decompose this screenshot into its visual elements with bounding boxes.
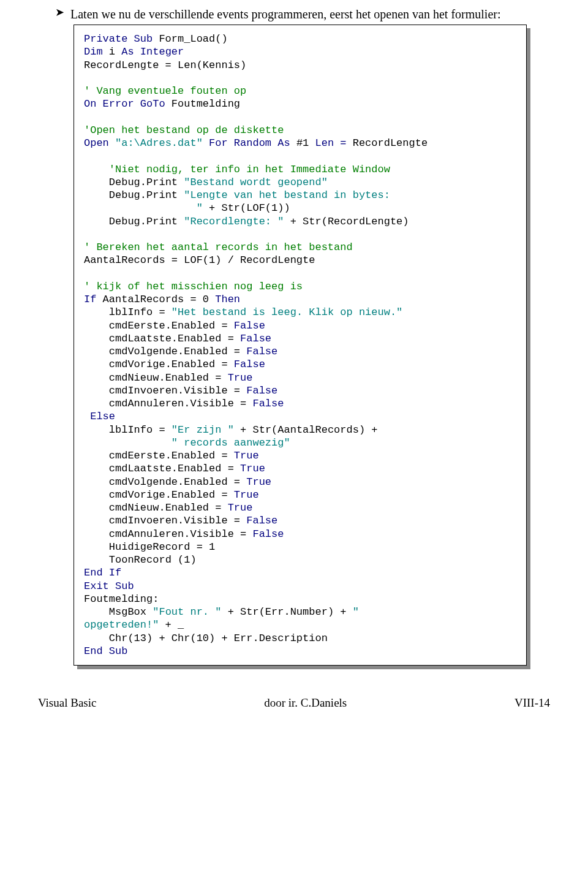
tok: ToonRecord (1) bbox=[84, 554, 197, 566]
intro-text: Laten we nu de verschillende events prog… bbox=[70, 6, 501, 22]
kw: True bbox=[234, 450, 259, 461]
tok: + Str(LOF(1)) bbox=[203, 202, 290, 214]
kw: False bbox=[252, 398, 284, 409]
kw: Private Sub bbox=[84, 33, 159, 45]
str: "Bestand wordt geopend" bbox=[184, 177, 328, 188]
tok: + Str(AantalRecords) + bbox=[234, 424, 378, 436]
tok: cmdVorige.Enabled = bbox=[84, 489, 234, 501]
tok: cmdInvoeren.Visible = bbox=[84, 385, 246, 397]
tok: MsgBox bbox=[84, 606, 153, 618]
kw: Then bbox=[215, 294, 240, 305]
tok: + _ bbox=[159, 619, 184, 631]
cmt: ' kijk of het misschien nog leeg is bbox=[84, 281, 303, 292]
tok: AantalRecords = 0 bbox=[103, 294, 216, 305]
kw: False bbox=[234, 359, 265, 370]
kw: True bbox=[240, 463, 265, 474]
kw: Dim bbox=[84, 46, 109, 58]
str: " bbox=[84, 202, 203, 214]
tok: RecordLengte = Len(Kennis) bbox=[84, 59, 246, 71]
tok: Foutmelding bbox=[172, 98, 240, 110]
intro-row: ➤ Laten we nu de verschillende events pr… bbox=[55, 6, 551, 22]
tok: cmdAnnuleren.Visible = bbox=[84, 398, 252, 409]
kw: Exit Sub bbox=[84, 580, 134, 592]
cmt: 'Niet nodig, ter info in het Immediate W… bbox=[84, 164, 390, 175]
kw: False bbox=[246, 385, 277, 397]
kw: For Random As bbox=[209, 137, 296, 149]
kw: End Sub bbox=[84, 645, 127, 657]
tok: #1 bbox=[296, 137, 315, 149]
str: "Lengte van het bestand in bytes: bbox=[184, 189, 390, 201]
tok: cmdAnnuleren.Visible = bbox=[84, 528, 252, 540]
kw: As Integer bbox=[121, 46, 184, 58]
kw: True bbox=[234, 489, 259, 501]
str: "Recordlengte: " bbox=[184, 216, 284, 227]
kw: Open bbox=[84, 137, 115, 149]
tok: cmdVolgende.Enabled = bbox=[84, 476, 246, 488]
str: opgetreden!" bbox=[84, 619, 159, 631]
code-container: Private Sub Form_Load() Dim i As Integer… bbox=[74, 25, 527, 666]
code-content: Private Sub Form_Load() Dim i As Integer… bbox=[84, 32, 516, 658]
str: " records aanwezig" bbox=[84, 437, 290, 449]
footer-left: Visual Basic bbox=[38, 696, 96, 710]
kw: On Error GoTo bbox=[84, 98, 172, 110]
kw: True bbox=[228, 372, 253, 384]
tok: AantalRecords = LOF(1) / RecordLengte bbox=[84, 254, 315, 266]
kw: If bbox=[84, 294, 103, 305]
code-box: Private Sub Form_Load() Dim i As Integer… bbox=[74, 25, 527, 666]
tok: cmdEerste.Enabled = bbox=[84, 450, 234, 461]
tok: cmdVorige.Enabled = bbox=[84, 359, 234, 370]
tok: cmdEerste.Enabled = bbox=[84, 320, 234, 332]
tok: lblInfo = bbox=[84, 306, 172, 318]
footer-right: VIII-14 bbox=[514, 696, 550, 710]
kw: End If bbox=[84, 567, 121, 579]
tok: Debug.Print bbox=[84, 189, 184, 201]
tok: Form_Load() bbox=[159, 33, 227, 45]
kw: False bbox=[252, 528, 284, 540]
tok: cmdLaatste.Enabled = bbox=[84, 333, 240, 344]
tok: lblInfo = bbox=[84, 424, 172, 436]
kw: Len = bbox=[315, 137, 352, 149]
tok: cmdNieuw.Enabled = bbox=[84, 502, 228, 514]
kw: True bbox=[228, 502, 253, 514]
page: ➤ Laten we nu de verschillende events pr… bbox=[0, 0, 588, 722]
tok: Debug.Print bbox=[84, 216, 184, 227]
str: "Er zijn " bbox=[172, 424, 234, 436]
footer: Visual Basic door ir. C.Daniels VIII-14 bbox=[37, 696, 551, 710]
bullet-arrow-icon: ➤ bbox=[55, 6, 64, 20]
kw: False bbox=[246, 515, 277, 526]
tok: cmdInvoeren.Visible = bbox=[84, 515, 246, 526]
tok: cmdNieuw.Enabled = bbox=[84, 372, 228, 384]
str: "a:\Adres.dat" bbox=[115, 137, 209, 149]
tok: cmdVolgende.Enabled = bbox=[84, 346, 246, 357]
kw: False bbox=[240, 333, 271, 344]
str: "Het bestand is leeg. Klik op nieuw." bbox=[172, 306, 402, 318]
tok: Foutmelding: bbox=[84, 593, 159, 605]
str: "Fout nr. " bbox=[153, 606, 221, 618]
kw: True bbox=[246, 476, 271, 488]
tok: RecordLengte bbox=[353, 137, 428, 149]
kw: False bbox=[234, 320, 265, 332]
kw: Else bbox=[84, 411, 115, 422]
cmt: ' Bereken het aantal records in het best… bbox=[84, 241, 353, 253]
tok: HuidigeRecord = 1 bbox=[84, 541, 215, 553]
cmt: 'Open het bestand op de diskette bbox=[84, 124, 284, 136]
tok: + Str(Err.Number) + bbox=[221, 606, 352, 618]
kw: False bbox=[246, 346, 277, 357]
footer-center: door ir. C.Daniels bbox=[264, 696, 347, 710]
str: " bbox=[353, 606, 359, 618]
tok: Debug.Print bbox=[84, 177, 184, 188]
cmt: ' Vang eventuele fouten op bbox=[84, 85, 246, 97]
tok: i bbox=[109, 46, 121, 58]
tok: Chr(13) + Chr(10) + Err.Description bbox=[84, 632, 328, 644]
tok: cmdLaatste.Enabled = bbox=[84, 463, 240, 474]
tok: + Str(RecordLengte) bbox=[284, 216, 409, 227]
